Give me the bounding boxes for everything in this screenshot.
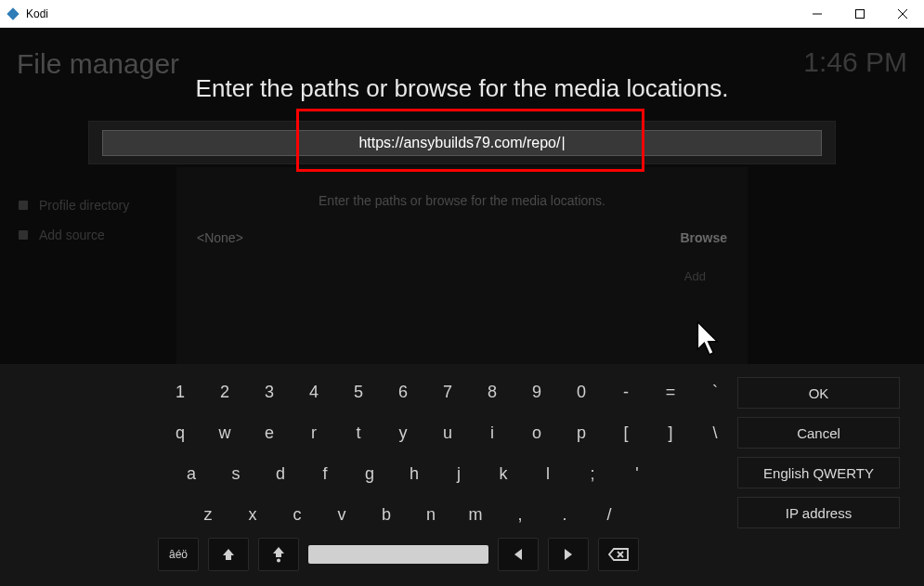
key--[interactable]: -: [604, 373, 648, 410]
svg-rect-1: [856, 9, 865, 18]
input-prompt: Enter the paths or browse for the media …: [0, 74, 924, 103]
key-c[interactable]: c: [275, 496, 319, 533]
key-2[interactable]: 2: [202, 373, 247, 410]
keyboard-bottom-row: âéö: [158, 538, 639, 571]
keyboard-row-1: 1234567890-=`: [158, 371, 737, 412]
key-0[interactable]: 0: [559, 373, 604, 410]
key-l[interactable]: l: [526, 455, 570, 492]
clock: 1:46 PM: [803, 46, 907, 78]
main-content: File manager 1:46 PM Profile directory A…: [0, 28, 924, 586]
key-accent[interactable]: âéö: [158, 538, 199, 571]
key-v[interactable]: v: [319, 496, 364, 533]
key-9[interactable]: 9: [514, 373, 559, 410]
bg-prompt-text: Enter the paths or browse for the media …: [176, 193, 748, 208]
onscreen-keyboard: 1234567890-=` qwertyuiop[]\ asdfghjkl;' …: [0, 364, 924, 586]
key-right-arrow[interactable]: [548, 538, 589, 571]
key-d[interactable]: d: [258, 455, 303, 492]
window-title: Kodi: [26, 7, 796, 20]
minimize-button[interactable]: [796, 0, 839, 28]
keyboard-row-2: qwertyuiop[]\: [158, 412, 737, 453]
key-q[interactable]: q: [158, 414, 202, 451]
ok-button[interactable]: OK: [737, 377, 900, 409]
url-input[interactable]: https://ansybuilds79.com/repo/|: [102, 130, 822, 156]
ip-address-button[interactable]: IP address: [737, 497, 900, 528]
key-t[interactable]: t: [336, 414, 381, 451]
key-h[interactable]: h: [392, 455, 436, 492]
text-cursor: |: [561, 135, 565, 151]
key-i[interactable]: i: [470, 414, 514, 451]
key-,[interactable]: ,: [498, 496, 542, 533]
folder-icon: [19, 201, 28, 210]
kodi-logo-icon: [6, 7, 20, 21]
key-e[interactable]: e: [247, 414, 292, 451]
path-none-text: <None>: [197, 230, 243, 245]
key-8[interactable]: 8: [470, 373, 514, 410]
key-6[interactable]: 6: [381, 373, 425, 410]
key-y[interactable]: y: [381, 414, 425, 451]
key-[[interactable]: [: [604, 414, 648, 451]
key-caps[interactable]: [258, 538, 299, 571]
keyboard-row-4: zxcvbnm,./: [186, 494, 737, 535]
sidebar-item-profile-directory[interactable]: Profile directory: [0, 190, 148, 220]
key-u[interactable]: u: [425, 414, 470, 451]
key-m[interactable]: m: [453, 496, 498, 533]
key-5[interactable]: 5: [336, 373, 381, 410]
keyboard-row-3: asdfghjkl;': [169, 453, 737, 494]
mouse-cursor-icon: [696, 320, 722, 358]
key-k[interactable]: k: [481, 455, 526, 492]
key-4[interactable]: 4: [292, 373, 336, 410]
key-backspace[interactable]: [598, 538, 639, 571]
key-j[interactable]: j: [436, 455, 481, 492]
key-][interactable]: ]: [648, 414, 693, 451]
key-.[interactable]: .: [542, 496, 587, 533]
add-button-dimmed: Add: [684, 269, 706, 283]
sidebar-item-label: Add source: [39, 228, 105, 242]
key-\[interactable]: \: [693, 414, 737, 451]
key-x[interactable]: x: [230, 496, 275, 533]
key-shift[interactable]: [208, 538, 249, 571]
key-s[interactable]: s: [214, 455, 258, 492]
key-7[interactable]: 7: [425, 373, 470, 410]
sidebar-item-label: Profile directory: [39, 198, 129, 213]
key-z[interactable]: z: [186, 496, 230, 533]
key-=[interactable]: =: [648, 373, 693, 410]
cancel-button[interactable]: Cancel: [737, 417, 900, 449]
key-g[interactable]: g: [347, 455, 392, 492]
key-b[interactable]: b: [364, 496, 409, 533]
key-w[interactable]: w: [202, 414, 247, 451]
close-button[interactable]: [881, 0, 924, 28]
key-left-arrow[interactable]: [498, 538, 539, 571]
sidebar: Profile directory Add source: [0, 190, 148, 250]
sidebar-item-add-source[interactable]: Add source: [0, 220, 148, 250]
svg-point-4: [277, 559, 280, 563]
layout-button[interactable]: English QWERTY: [737, 457, 900, 488]
browse-button-dimmed: Browse: [680, 230, 727, 245]
maximize-button[interactable]: [839, 0, 881, 28]
url-input-value: https://ansybuilds79.com/repo/: [358, 135, 560, 151]
key-spacebar[interactable]: [308, 545, 488, 564]
key-`[interactable]: `: [693, 373, 737, 410]
key-p[interactable]: p: [559, 414, 604, 451]
key-o[interactable]: o: [514, 414, 559, 451]
key-'[interactable]: ': [615, 455, 659, 492]
keyboard-side-buttons: OK Cancel English QWERTY IP address: [737, 377, 900, 528]
url-input-wrapper: https://ansybuilds79.com/repo/|: [88, 121, 836, 164]
key-;[interactable]: ;: [570, 455, 615, 492]
key-a[interactable]: a: [169, 455, 214, 492]
key-f[interactable]: f: [303, 455, 347, 492]
key-/[interactable]: /: [587, 496, 631, 533]
key-1[interactable]: 1: [158, 373, 202, 410]
window-titlebar: Kodi: [0, 0, 924, 28]
key-3[interactable]: 3: [247, 373, 292, 410]
key-n[interactable]: n: [409, 496, 453, 533]
key-r[interactable]: r: [292, 414, 336, 451]
folder-icon: [19, 230, 28, 240]
